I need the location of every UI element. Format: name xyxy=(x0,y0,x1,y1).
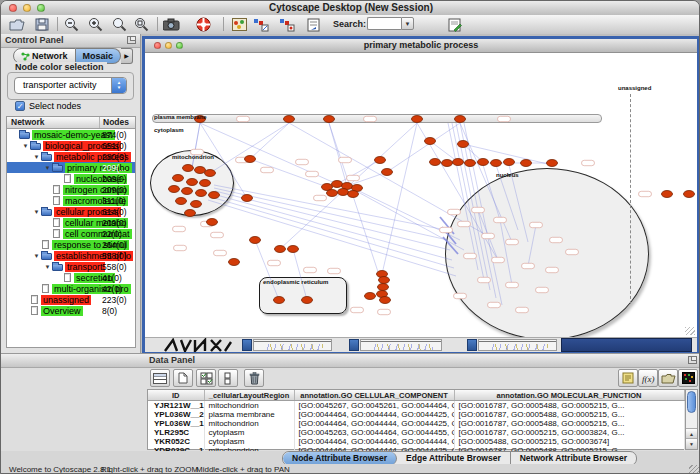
table-row[interactable]: YPL036W__1mitochondrion[GO:0044464, GO:0… xyxy=(148,419,684,428)
attribute-table-button[interactable] xyxy=(150,369,170,387)
network-name[interactable]: unassigned xyxy=(41,295,91,305)
table-cell[interactable]: [GO:0005488, GO:0005215, GO:0003674] xyxy=(454,437,684,446)
network-name[interactable]: transport xyxy=(65,262,105,272)
network-node[interactable] xyxy=(176,198,187,205)
tree-row[interactable]: unassigned223(0) xyxy=(7,294,135,305)
annotation-button[interactable] xyxy=(303,16,323,33)
table-cell[interactable]: [GO:0044464, GO:0044446, GO:0044444, G..… xyxy=(294,437,454,446)
column-header[interactable]: _cellularLayoutRegion xyxy=(204,390,294,401)
expand-triangle-icon[interactable]: ▼ xyxy=(32,253,41,259)
network-frame-titlebar[interactable]: primary metabolic process xyxy=(145,39,697,53)
tree-row[interactable]: ▼biological_process651(0) xyxy=(7,140,135,151)
table-cell[interactable]: [GO:0016787, GO:0005215, GO:0003824, G..… xyxy=(454,428,684,437)
network-node[interactable] xyxy=(191,201,202,208)
node-color-select[interactable]: transporter activity ▲▼ xyxy=(14,77,127,94)
tree-col-network[interactable]: Network xyxy=(11,117,45,127)
table-cell[interactable]: [GO:0016787, GO:0005488, GO:0005215, G..… xyxy=(454,419,684,428)
network-node[interactable] xyxy=(375,157,386,164)
zoom-region-button[interactable] xyxy=(131,16,151,33)
new-attribute-button[interactable] xyxy=(173,369,193,387)
network-node[interactable] xyxy=(284,116,295,123)
tree-row[interactable]: ▼establishment of lo558(0) xyxy=(7,250,135,261)
scrollbar-thumb[interactable] xyxy=(687,391,696,413)
network-node[interactable] xyxy=(196,190,207,197)
network-node[interactable] xyxy=(379,277,390,284)
network-node[interactable] xyxy=(229,259,240,266)
table-row[interactable]: YKR052Ccytoplasm[GO:0044464, GO:0044446,… xyxy=(148,437,684,446)
network-node[interactable] xyxy=(209,192,220,199)
minimized-window-thumb[interactable] xyxy=(478,339,557,351)
minimized-window-icon[interactable] xyxy=(242,339,252,351)
minimized-window-thumb[interactable] xyxy=(253,339,332,351)
network-node[interactable] xyxy=(338,189,349,196)
tree-row[interactable]: macromolecule311(0) xyxy=(7,195,135,206)
network-node[interactable] xyxy=(442,160,453,167)
search-dropdown-button[interactable]: ▼ xyxy=(401,17,414,30)
combo-stepper-icon[interactable]: ▲▼ xyxy=(111,78,126,93)
scroll-down-icon[interactable]: ▼ xyxy=(686,438,697,449)
table-cell[interactable]: cytoplasm xyxy=(204,428,294,437)
edge-bypass-button[interactable] xyxy=(277,16,297,33)
vizmapper-button[interactable] xyxy=(229,16,249,33)
unselect-attributes-button[interactable] xyxy=(218,369,238,387)
delete-attribute-button[interactable] xyxy=(244,369,264,387)
window-resize-grip[interactable] xyxy=(689,465,700,474)
expand-triangle-icon[interactable]: ▼ xyxy=(32,209,41,215)
network-node[interactable] xyxy=(684,191,695,198)
search-input[interactable] xyxy=(367,17,401,30)
network-node[interactable] xyxy=(205,170,216,177)
network-node[interactable] xyxy=(169,186,180,193)
tree-row[interactable]: mosaic-demo-yeast874(0) xyxy=(7,129,135,140)
table-cell[interactable]: cytoplasm xyxy=(204,437,294,446)
tree-row[interactable]: nitrogen compo209(0) xyxy=(7,184,135,195)
table-cell[interactable]: YPL036W__1 xyxy=(148,419,204,428)
network-node[interactable] xyxy=(183,165,194,172)
table-cell[interactable]: [GO:0045267, GO:0045261, GO:0044464, G..… xyxy=(294,401,454,411)
tree-row[interactable]: nucleobase-209(0) xyxy=(7,173,135,184)
column-header[interactable]: ID xyxy=(148,390,204,401)
network-node[interactable] xyxy=(453,159,464,166)
network-node[interactable] xyxy=(274,297,285,304)
help-button[interactable] xyxy=(193,16,213,33)
matrix-view-button[interactable] xyxy=(678,369,698,387)
network-node[interactable] xyxy=(504,159,515,166)
expand-triangle-icon[interactable]: ▼ xyxy=(32,154,41,160)
network-node[interactable] xyxy=(242,195,253,202)
tree-row[interactable]: ▼cellular process614(0) xyxy=(7,206,135,217)
network-node[interactable] xyxy=(348,191,359,198)
network-node[interactable] xyxy=(547,160,558,167)
select-nodes-checkbox[interactable]: ✓ xyxy=(15,101,25,111)
network-node[interactable] xyxy=(250,237,261,244)
network-node[interactable] xyxy=(327,190,338,197)
network-node[interactable] xyxy=(478,159,489,166)
notes-button[interactable] xyxy=(618,369,638,387)
save-session-button[interactable] xyxy=(32,16,52,33)
tree-row[interactable]: multi-organism pro42(0) xyxy=(7,283,135,294)
tree-row[interactable]: cell communicat22(0) xyxy=(7,228,135,239)
tree-row[interactable]: ▼metabolic process280(0) xyxy=(7,151,135,162)
open-session-button[interactable] xyxy=(7,16,27,33)
network-node[interactable] xyxy=(380,297,391,304)
network-node[interactable] xyxy=(491,160,502,167)
minimized-window-icon[interactable] xyxy=(467,339,477,351)
network-node[interactable] xyxy=(200,180,211,187)
network-node[interactable] xyxy=(430,159,441,166)
minimized-window-icon[interactable] xyxy=(349,339,359,351)
tree-row[interactable]: ▼transport558(0) xyxy=(7,261,135,272)
table-cell[interactable]: plasma membrane xyxy=(204,410,294,419)
table-row[interactable]: YPL036W__2plasma membrane[GO:0044464, GO… xyxy=(148,410,684,419)
tree-row[interactable]: cellular metabo209(0) xyxy=(7,217,135,228)
table-cell[interactable]: [GO:0045263, GO:0044464, GO:0044455, G..… xyxy=(294,428,454,437)
network-node[interactable] xyxy=(332,181,343,188)
network-node[interactable] xyxy=(382,169,393,176)
network-canvas[interactable]: plasma membrane cytoplasm mitochondrion … xyxy=(145,53,697,337)
network-node[interactable] xyxy=(187,179,198,186)
network-node[interactable] xyxy=(412,116,423,123)
expand-triangle-icon[interactable]: ▼ xyxy=(43,165,52,171)
network-node[interactable] xyxy=(195,167,206,174)
table-cell[interactable]: mitochondrion xyxy=(204,419,294,428)
column-header[interactable]: annotation.GO MOLECULAR_FUNCTION xyxy=(454,390,684,401)
network-node[interactable] xyxy=(465,160,476,167)
tree-row[interactable]: secretion41(0) xyxy=(7,272,135,283)
node-bypass-button[interactable] xyxy=(251,16,271,33)
